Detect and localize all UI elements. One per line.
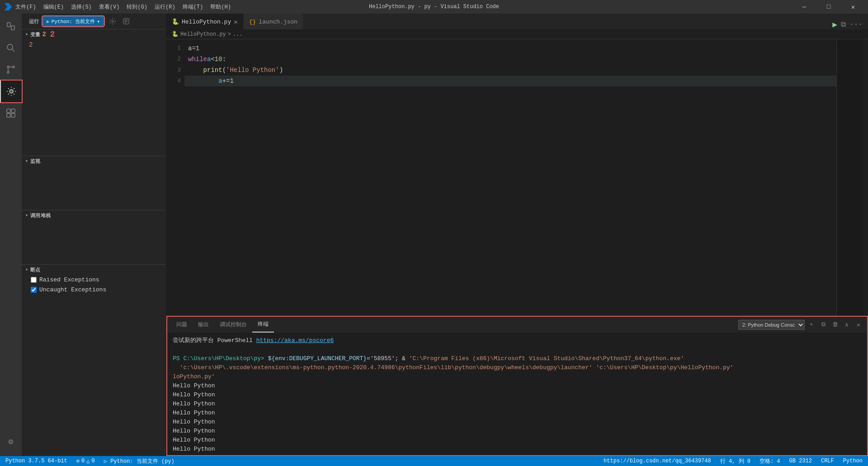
status-spaces[interactable]: 空格: 4 xyxy=(758,457,782,465)
menu-view[interactable]: 查看(V) xyxy=(99,3,120,11)
terminal-content[interactable]: 尝试新的跨平台 PowerShell https://aka.ms/pscore… xyxy=(167,333,867,455)
code-line-1: a=1 xyxy=(184,43,836,54)
vscode-logo-icon xyxy=(5,3,12,10)
status-line-ending[interactable]: CRLF xyxy=(819,458,836,464)
minimize-button[interactable]: — xyxy=(794,0,815,14)
activity-extensions[interactable] xyxy=(0,102,22,124)
terminal-hello-8: Hello Python xyxy=(173,436,862,445)
svg-rect-8 xyxy=(9,90,13,93)
split-editor-icon[interactable]: ⧉ xyxy=(841,20,846,29)
panel-inner: 3 问题 输出 调试控制台 终端 2: Python Debug Consc +… xyxy=(167,317,867,455)
svg-point-4 xyxy=(7,71,9,73)
maximize-button[interactable]: □ xyxy=(818,0,839,14)
tab-launch-json[interactable]: {} launch.json xyxy=(244,14,303,29)
code-token: print xyxy=(203,65,222,76)
chevron-down-icon: ▾ xyxy=(97,19,100,24)
panel-tab-output[interactable]: 输出 xyxy=(193,317,214,333)
title-bar: 文件(F) 编辑(E) 选择(S) 查看(V) 转到(G) 运行(R) 终端(T… xyxy=(0,0,868,14)
breadcrumb: 🐍 HelloPython.py > ... xyxy=(166,29,868,39)
debug-config-button[interactable]: ▶ Python: 当前文件 ▾ xyxy=(42,16,104,26)
status-language[interactable]: Python xyxy=(841,458,864,464)
raised-exceptions-checkbox[interactable] xyxy=(31,277,37,283)
terminal-select[interactable]: 2: Python Debug Consc xyxy=(738,320,805,330)
tab-hello-python[interactable]: 🐍 HelloPython.py ✕ xyxy=(166,14,244,29)
status-encoding[interactable]: GB 2312 xyxy=(788,458,814,464)
status-python-version[interactable]: Python 3.7.5 64-bit xyxy=(4,458,69,464)
activity-search[interactable] xyxy=(0,37,22,59)
title-bar-controls: — □ ✕ xyxy=(794,0,863,14)
menu-help[interactable]: 帮助(H) xyxy=(210,3,231,11)
terminal-hello-5: Hello Python xyxy=(173,409,862,418)
settings-icon: ⚙ xyxy=(9,437,14,447)
panel-tab-debug-console[interactable]: 调试控制台 xyxy=(214,317,252,333)
maximize-panel-icon[interactable]: ∧ xyxy=(842,320,852,330)
open-config-icon[interactable] xyxy=(121,16,131,26)
callstack-label: 调用堆栈 xyxy=(30,212,51,219)
activity-explorer[interactable] xyxy=(0,15,22,37)
tab-hello-python-close[interactable]: ✕ xyxy=(234,18,237,26)
error-count: 0 xyxy=(81,458,85,464)
code-token: = xyxy=(192,43,195,54)
activity-settings[interactable]: ⚙ xyxy=(0,431,22,452)
watch-label: 监视 xyxy=(30,158,41,165)
breadcrumb-rest[interactable]: ... xyxy=(233,31,243,38)
menu-edit[interactable]: 编辑(E) xyxy=(43,3,64,11)
variables-header[interactable]: ▾ 变量 2 2 xyxy=(22,29,166,39)
main-layout: 1 ⚙ 运行 ▶ Python: 当前文件 ▾ xyxy=(0,14,868,456)
menu-run[interactable]: 运行(R) xyxy=(155,3,175,11)
panel-tab-problems[interactable]: 问题 xyxy=(171,317,193,333)
breadcrumb-sep1: > xyxy=(228,31,231,38)
run-python-icon[interactable]: ▶ xyxy=(832,19,837,29)
debug-config-wrapper: ▶ Python: 当前文件 ▾ xyxy=(42,16,104,26)
code-token: 'Hello Python' xyxy=(226,65,279,76)
more-actions-icon[interactable]: ··· xyxy=(849,20,863,29)
breakpoints-collapse-icon: ▾ xyxy=(25,267,28,272)
activity-source-control[interactable] xyxy=(0,59,22,81)
breakpoints-section: ▾ 断点 Raised Exceptions Uncaught Exceptio… xyxy=(22,265,166,456)
code-line-4: a+=1 xyxy=(184,76,836,86)
terminal-line-cmd: PS C:\Users\HP\Desktop\py> ${env:DEBUGPY… xyxy=(173,354,862,363)
status-blog-url[interactable]: https://blog.csdn.net/qq_36439748 xyxy=(602,458,713,464)
code-lines: a=1 while a<10: print ('Hello Python') a… xyxy=(184,39,836,316)
menu-select[interactable]: 选择(S) xyxy=(71,3,92,11)
code-token: += xyxy=(222,76,230,86)
split-terminal-icon[interactable]: ⧉ xyxy=(818,320,828,330)
menu-goto[interactable]: 转到(G) xyxy=(127,3,147,11)
code-editor[interactable]: 1 2 3 4 a=1 while a<10: print ( xyxy=(166,39,868,316)
code-token: : xyxy=(222,54,226,65)
svg-rect-9 xyxy=(7,109,10,113)
editor-area: 🐍 HelloPython.py ✕ {} launch.json ▶ ⧉ ··… xyxy=(166,14,868,456)
panel-tab-terminal[interactable]: 终端 xyxy=(252,317,274,333)
callstack-header[interactable]: ▾ 调用堆栈 xyxy=(22,210,166,220)
debug-settings-icon[interactable] xyxy=(108,16,118,26)
breadcrumb-file[interactable]: HelloPython.py xyxy=(180,31,226,38)
status-debug-label[interactable]: ▷ Python: 当前文件 (py) xyxy=(102,457,176,465)
status-line-col[interactable]: 行 4, 列 9 xyxy=(718,457,752,465)
uncaught-exceptions-checkbox[interactable] xyxy=(31,287,37,293)
close-panel-icon[interactable]: ✕ xyxy=(854,320,863,330)
code-token: 10 xyxy=(215,54,222,65)
scrollbar-vertical[interactable] xyxy=(863,39,868,316)
close-button[interactable]: ✕ xyxy=(843,0,863,14)
status-errors[interactable]: ⊘ 0 △ 0 xyxy=(75,458,97,465)
menu-file[interactable]: 文件(F) xyxy=(15,3,36,11)
code-token: a xyxy=(218,76,222,86)
svg-rect-10 xyxy=(11,109,15,113)
activity-bar: 1 ⚙ xyxy=(0,14,22,456)
raised-exceptions-label: Raised Exceptions xyxy=(39,276,99,283)
play-icon: ▶ xyxy=(47,19,50,24)
code-content: 1 2 3 4 a=1 while a<10: print ( xyxy=(166,39,868,316)
breakpoints-label: 断点 xyxy=(30,266,41,273)
menu-terminal[interactable]: 终端(T) xyxy=(183,3,203,11)
line-numbers: 1 2 3 4 xyxy=(166,39,184,316)
activity-debug[interactable]: 1 xyxy=(0,81,22,102)
delete-terminal-icon[interactable]: 🗑 xyxy=(830,320,840,330)
breakpoints-header[interactable]: ▾ 断点 xyxy=(22,265,166,275)
watch-header[interactable]: ▾ 监视 xyxy=(22,156,166,166)
step2-annotation: 2 xyxy=(50,30,55,39)
title-bar-left: 文件(F) 编辑(E) 选择(S) 查看(V) 转到(G) 运行(R) 终端(T… xyxy=(5,3,231,11)
terminal-hello-10: Hello Python xyxy=(173,454,862,455)
svg-point-6 xyxy=(7,66,9,68)
terminal-hello-1: loPython.py' xyxy=(173,372,862,381)
add-terminal-icon[interactable]: + xyxy=(807,320,816,330)
